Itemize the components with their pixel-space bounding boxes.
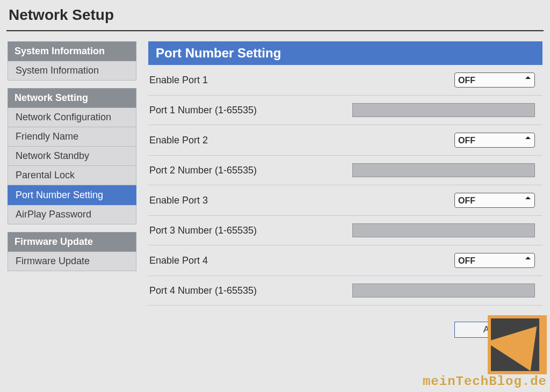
setting-row: Port 4 Number (1-65535) bbox=[148, 276, 542, 306]
sidebar-header: Firmware Update bbox=[8, 232, 136, 252]
sidebar-item-firmware-update[interactable]: Firmware Update bbox=[8, 252, 136, 271]
setting-row: Enable Port 3OFF bbox=[148, 185, 542, 216]
setting-label: Enable Port 2 bbox=[149, 135, 208, 146]
sidebar-item-airplay-password[interactable]: AirPlay Password bbox=[8, 205, 136, 224]
setting-label: Port 4 Number (1-65535) bbox=[149, 285, 257, 296]
setting-label: Enable Port 1 bbox=[149, 75, 208, 86]
page-title: Network Setup bbox=[9, 6, 541, 24]
setting-row: Port 1 Number (1-65535) bbox=[148, 96, 542, 125]
enable-port-select[interactable]: OFF bbox=[454, 72, 535, 88]
sidebar-item-network-configuration[interactable]: Network Configuration bbox=[8, 108, 136, 127]
sidebar-header: System Information bbox=[8, 41, 136, 61]
setting-label: Enable Port 3 bbox=[149, 195, 208, 206]
main-panel: Port Number Setting Enable Port 1OFFPort… bbox=[148, 41, 542, 338]
port-number-input[interactable] bbox=[352, 103, 535, 117]
sidebar: System InformationSystem InformationNetw… bbox=[8, 41, 136, 338]
watermark: meinTechBlog.de bbox=[423, 315, 547, 389]
port-number-input[interactable] bbox=[352, 284, 535, 297]
watermark-logo-icon bbox=[488, 315, 547, 374]
sidebar-header: Network Setting bbox=[8, 88, 136, 108]
enable-port-select[interactable]: OFF bbox=[454, 253, 535, 268]
enable-port-select[interactable]: OFF bbox=[454, 193, 535, 208]
setting-label: Port 1 Number (1-65535) bbox=[149, 105, 257, 116]
setting-label: Port 2 Number (1-65535) bbox=[149, 165, 257, 176]
port-number-input[interactable] bbox=[352, 223, 535, 237]
port-number-input[interactable] bbox=[352, 163, 535, 177]
setting-row: Enable Port 1OFF bbox=[148, 65, 542, 96]
enable-port-select[interactable]: OFF bbox=[454, 133, 535, 148]
sidebar-item-parental-lock[interactable]: Parental Lock bbox=[8, 166, 136, 185]
setting-label: Port 3 Number (1-65535) bbox=[149, 225, 257, 236]
setting-row: Port 2 Number (1-65535) bbox=[148, 156, 542, 185]
setting-label: Enable Port 4 bbox=[149, 255, 208, 266]
sidebar-item-friendly-name[interactable]: Friendly Name bbox=[8, 127, 136, 147]
setting-row: Port 3 Number (1-65535) bbox=[148, 216, 542, 245]
watermark-text: meinTechBlog.de bbox=[423, 374, 547, 389]
setting-row: Enable Port 4OFF bbox=[148, 245, 542, 276]
panel-header: Port Number Setting bbox=[148, 41, 542, 65]
sidebar-item-port-number-setting[interactable]: Port Number Setting bbox=[8, 185, 136, 205]
sidebar-item-system-information[interactable]: System Information bbox=[8, 61, 136, 81]
sidebar-item-network-standby[interactable]: Network Standby bbox=[8, 147, 136, 166]
setting-row: Enable Port 2OFF bbox=[148, 125, 542, 156]
